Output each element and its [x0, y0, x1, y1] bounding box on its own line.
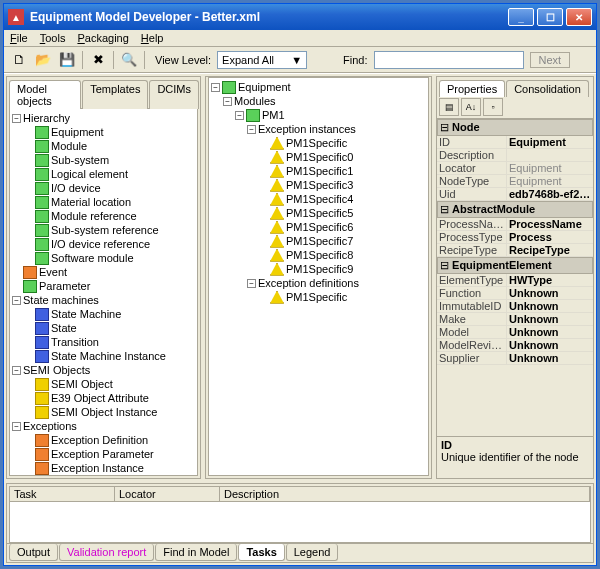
menu-packaging[interactable]: Packaging: [77, 32, 128, 44]
property-grid[interactable]: Node IDEquipment Description LocatorEqui…: [437, 119, 593, 436]
toolbar: 🗋 📂 💾 ✖ 🔍 View Level: Expand All▼ Find: …: [4, 47, 596, 73]
model-objects-pane: Model objects Templates DCIMs −Hierarchy…: [6, 76, 201, 479]
model-objects-tree[interactable]: −Hierarchy Equipment Module Sub-system L…: [12, 111, 195, 476]
tab-legend[interactable]: Legend: [286, 544, 339, 561]
equipment-tree-pane: −Equipment −Modules −PM1 −Exception inst…: [205, 76, 432, 479]
tab-dcims[interactable]: DCIMs: [149, 80, 199, 109]
view-level-select[interactable]: Expand All▼: [217, 51, 307, 69]
prop-alpha-button[interactable]: A↓: [461, 98, 481, 116]
menu-file[interactable]: File: [10, 32, 28, 44]
titlebar[interactable]: ▲ Equipment Model Developer - Better.xml…: [4, 4, 596, 30]
minimize-button[interactable]: _: [508, 8, 534, 26]
window-title: Equipment Model Developer - Better.xml: [30, 10, 508, 24]
col-locator[interactable]: Locator: [115, 487, 220, 501]
properties-pane: Properties Consolidation ▤ A↓ ▫ Node IDE…: [436, 76, 594, 479]
prop-categorized-button[interactable]: ▤: [439, 98, 459, 116]
tab-model-objects[interactable]: Model objects: [9, 80, 81, 109]
new-button[interactable]: 🗋: [10, 51, 28, 69]
property-description: ID Unique identifier of the node: [437, 436, 593, 478]
prop-pages-button[interactable]: ▫: [483, 98, 503, 116]
tab-output[interactable]: Output: [9, 544, 58, 561]
tab-validation-report[interactable]: Validation report: [59, 544, 154, 561]
tab-templates[interactable]: Templates: [82, 80, 148, 109]
open-button[interactable]: 📂: [34, 51, 52, 69]
menu-help[interactable]: Help: [141, 32, 164, 44]
tab-consolidation[interactable]: Consolidation: [506, 80, 589, 97]
find-button[interactable]: 🔍: [120, 51, 138, 69]
equipment-tree[interactable]: −Equipment −Modules −PM1 −Exception inst…: [211, 80, 426, 304]
col-description[interactable]: Description: [220, 487, 590, 501]
tasks-grid[interactable]: Task Locator Description: [9, 486, 591, 543]
next-button[interactable]: Next: [530, 52, 571, 68]
save-button[interactable]: 💾: [58, 51, 76, 69]
tab-find-in-model[interactable]: Find in Model: [155, 544, 237, 561]
tab-tasks[interactable]: Tasks: [238, 544, 284, 561]
bottom-pane: Task Locator Description Output Validati…: [6, 483, 594, 563]
tab-properties[interactable]: Properties: [439, 80, 505, 97]
maximize-button[interactable]: ☐: [537, 8, 563, 26]
menu-tools[interactable]: Tools: [40, 32, 66, 44]
view-level-label: View Level:: [155, 54, 211, 66]
app-icon: ▲: [8, 9, 24, 25]
close-button[interactable]: ✕: [566, 8, 592, 26]
menubar: File Tools Packaging Help: [4, 30, 596, 47]
app-window: ▲ Equipment Model Developer - Better.xml…: [3, 3, 597, 566]
col-task[interactable]: Task: [10, 487, 115, 501]
find-input[interactable]: [374, 51, 524, 69]
find-label: Find:: [343, 54, 367, 66]
delete-button[interactable]: ✖: [89, 51, 107, 69]
